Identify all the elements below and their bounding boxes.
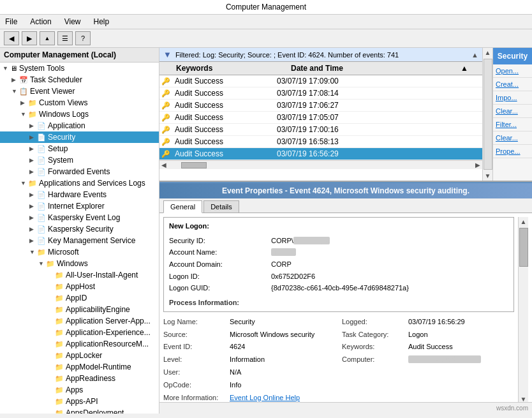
sidebar-item-app-server-app[interactable]: 📁Application Server-App...	[0, 315, 159, 327]
sidebar-item-kaspersky-security[interactable]: ▶📄Kaspersky Security	[0, 223, 159, 235]
sidebar-item-apphost[interactable]: 📁AppHost	[0, 281, 159, 292]
sidebar-item-security[interactable]: ▶📄Security	[0, 131, 159, 143]
sidebar-item-custom-views[interactable]: ▶📁Custom Views	[0, 97, 159, 108]
forward-button[interactable]: ▶	[22, 31, 37, 45]
table-row[interactable]: 🔑Audit Success03/07/19 17:06:27	[159, 100, 482, 112]
tree-label-internet-explorer: Internet Explorer	[48, 202, 105, 211]
show-hide-button[interactable]: ☰	[57, 31, 73, 45]
table-row[interactable]: 🔑Audit Success03/07/19 17:09:00	[159, 75, 482, 87]
back-button[interactable]: ◀	[4, 31, 19, 45]
h-scroll-thumb[interactable]	[181, 162, 207, 168]
row-icon: 🔑	[159, 101, 172, 110]
table-row[interactable]: 🔑Audit Success03/07/19 17:00:16	[159, 124, 482, 136]
v-scroll-up[interactable]: ▲	[484, 48, 492, 57]
logon-id-row: Logon ID: 0x6752D02F6	[169, 271, 508, 283]
row-datetime: 03/07/19 16:58:13	[274, 137, 482, 146]
expand-icon-forwarded-events[interactable]: ▶	[29, 168, 36, 175]
sidebar-item-apps-api[interactable]: 📁Apps-API	[0, 396, 159, 407]
sidebar-item-microsoft[interactable]: ▼📁Microsoft	[0, 246, 159, 258]
table-row[interactable]: 🔑Audit Success03/07/19 17:08:14	[159, 87, 482, 100]
expand-icon-setup[interactable]: ▶	[29, 146, 36, 152]
props-v-scroll[interactable]: ▲ ▼	[518, 217, 528, 402]
menu-view[interactable]: View	[62, 16, 84, 27]
action-item-1[interactable]: Creat...	[493, 78, 532, 91]
sidebar-item-appid[interactable]: 📁AppID	[0, 292, 159, 304]
action-item-6[interactable]: Prope...	[493, 145, 532, 158]
expand-icon-windows-logs[interactable]: ▼	[20, 111, 27, 117]
menu-file[interactable]: File	[3, 16, 20, 27]
scroll-arrow-up[interactable]: ▲	[471, 51, 478, 59]
props-scroll-down[interactable]: ▼	[519, 394, 528, 402]
h-scroll-left[interactable]: ◀	[159, 161, 168, 168]
filter-icon: ▼	[163, 50, 172, 59]
sidebar-item-windows-logs[interactable]: ▼📁Windows Logs	[0, 108, 159, 120]
events-v-scroll[interactable]: ▲ ▼	[482, 48, 492, 181]
col-header-datetime[interactable]: Date and Time ▲	[287, 64, 472, 73]
props-scroll-up[interactable]: ▲	[519, 217, 528, 227]
expand-icon-key-management[interactable]: ▶	[29, 237, 36, 244]
expand-icon-system-tools[interactable]: ▼	[3, 65, 9, 71]
sidebar-item-kaspersky-event[interactable]: ▶📄Kaspersky Event Log	[0, 212, 159, 223]
tab-details[interactable]: Details	[203, 200, 239, 213]
sidebar-item-apps-deployment[interactable]: 📁AppsDeployment...	[0, 407, 159, 414]
sidebar-item-apps[interactable]: 📁Apps	[0, 384, 159, 396]
action-item-0[interactable]: Open...	[493, 64, 532, 78]
tab-general[interactable]: General	[163, 200, 202, 213]
expand-icon-apps-services-logs[interactable]: ▼	[20, 180, 27, 186]
sidebar-item-system-tools[interactable]: ▼🖥System Tools	[0, 63, 159, 74]
sidebar-item-apps-services-logs[interactable]: ▼📁Applications and Services Logs	[0, 177, 159, 189]
table-row[interactable]: 🔑Audit Success03/07/19 16:56:29	[159, 148, 482, 160]
table-row[interactable]: 🔑Audit Success03/07/19 16:58:13	[159, 136, 482, 148]
tree-label-all-user-install: All-User-Install-Agent	[66, 271, 138, 280]
sidebar-item-app-model[interactable]: 📁AppModel-Runtime	[0, 361, 159, 373]
sidebar-item-event-viewer[interactable]: ▼📋Event Viewer	[0, 86, 159, 97]
sidebar-item-hardware-events[interactable]: ▶📄Hardware Events	[0, 189, 159, 200]
expand-icon-windows[interactable]: ▼	[38, 260, 45, 267]
tabs-bar: General Details	[159, 198, 532, 213]
sidebar-item-applicability-engine[interactable]: 📁ApplicabilityEngine	[0, 304, 159, 315]
sidebar-item-setup[interactable]: ▶📄Setup	[0, 143, 159, 154]
sidebar-item-windows[interactable]: ▼📁Windows	[0, 258, 159, 269]
tree-icon-app-model: 📁	[55, 363, 64, 371]
expand-icon-security[interactable]: ▶	[29, 134, 36, 140]
expand-icon-application[interactable]: ▶	[29, 123, 36, 129]
expand-icon-event-viewer[interactable]: ▼	[11, 88, 18, 94]
action-item-4[interactable]: Filter...	[493, 118, 532, 131]
h-scroll-right[interactable]: ▶	[473, 161, 482, 168]
action-item-2[interactable]: Impo...	[493, 91, 532, 105]
row-keywords: Audit Success	[172, 137, 274, 146]
sidebar-item-app-readiness[interactable]: 📁AppReadiness	[0, 373, 159, 384]
table-row[interactable]: 🔑Audit Success03/07/19 17:05:07	[159, 112, 482, 124]
expand-icon-system[interactable]: ▶	[29, 157, 36, 163]
sidebar-item-internet-explorer[interactable]: ▶📄Internet Explorer	[0, 200, 159, 212]
v-scroll-down[interactable]: ▼	[484, 171, 492, 181]
opcode-row: OpCode: Info	[163, 379, 336, 392]
action-item-5[interactable]: Clear...	[493, 131, 532, 145]
expand-icon-kaspersky-event[interactable]: ▶	[29, 214, 36, 221]
sidebar-item-application[interactable]: ▶📄Application	[0, 120, 159, 131]
expand-icon-task-scheduler[interactable]: ▶	[11, 77, 18, 83]
expand-icon-hardware-events[interactable]: ▶	[29, 191, 36, 198]
action-item-3[interactable]: Clear...	[493, 105, 532, 118]
menu-help[interactable]: Help	[91, 16, 112, 27]
up-button[interactable]: ▲	[40, 31, 55, 45]
sidebar-item-app-experience[interactable]: 📁Application-Experience...	[0, 327, 159, 338]
expand-icon-kaspersky-security[interactable]: ▶	[29, 226, 36, 232]
sidebar-item-task-scheduler[interactable]: ▶📅Task Scheduler	[0, 74, 159, 86]
menu-action[interactable]: Action	[27, 16, 54, 27]
row-icon: 🔑	[159, 114, 172, 122]
sidebar-item-app-resource-m[interactable]: 📁ApplicationResourceM...	[0, 338, 159, 350]
sidebar-item-system[interactable]: ▶📄System	[0, 154, 159, 166]
sidebar-item-all-user-install[interactable]: 📁All-User-Install-Agent	[0, 269, 159, 281]
help-button[interactable]: ?	[75, 31, 91, 45]
sidebar-item-forwarded-events[interactable]: ▶📄Forwarded Events	[0, 166, 159, 177]
expand-icon-internet-explorer[interactable]: ▶	[29, 203, 36, 209]
level-row: Level: Information	[163, 354, 336, 366]
expand-icon-microsoft[interactable]: ▼	[29, 249, 36, 255]
expand-icon-custom-views[interactable]: ▶	[20, 100, 27, 106]
events-h-scroll[interactable]: ◀ ▶	[159, 160, 482, 169]
sidebar-item-appLocker[interactable]: 📁AppLocker	[0, 350, 159, 361]
sidebar-item-key-management[interactable]: ▶📄Key Management Service	[0, 235, 159, 246]
sidebar-header: Computer Management (Local)	[0, 48, 159, 63]
col-header-keywords[interactable]: Keywords	[172, 64, 287, 73]
